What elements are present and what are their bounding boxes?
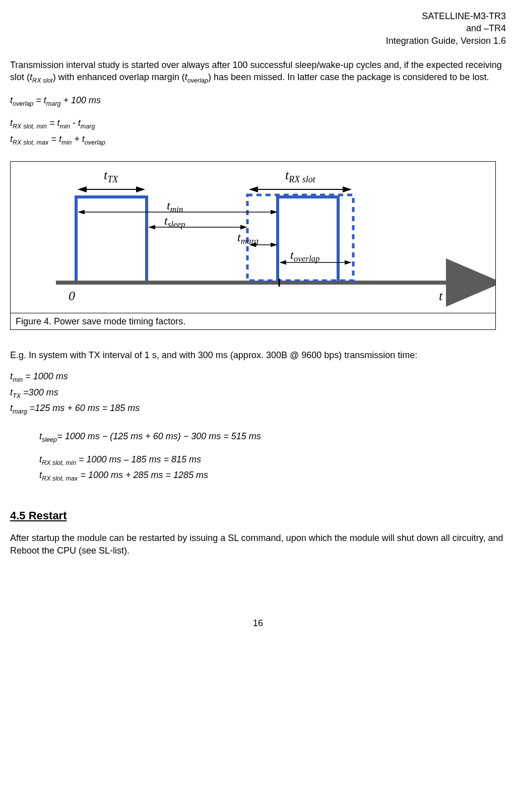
eq-t: = t bbox=[47, 118, 60, 128]
eq-sub: min bbox=[59, 123, 70, 130]
equation-overlap: toverlap = tmarg + 100 ms bbox=[10, 94, 506, 108]
eq-sub: RX slot, max bbox=[13, 139, 48, 146]
label-trxslot: tRX slot bbox=[285, 168, 316, 184]
document-header: SATELLINE-M3-TR3 and –TR4 Integration Gu… bbox=[10, 10, 506, 47]
eq-text: =300 ms bbox=[21, 387, 58, 397]
example-tmarg: tmarg =125 ms + 60 ms = 185 ms bbox=[10, 402, 506, 416]
eq-t: - t bbox=[70, 118, 81, 128]
axis-t: t bbox=[439, 289, 443, 303]
eq-text: = 1000 ms − (125 ms + 60 ms) − 300 ms = … bbox=[57, 431, 261, 441]
figure-caption: Figure 4. Power save mode timing factors… bbox=[11, 313, 495, 329]
section-4-5-body: After startup the module can be restarte… bbox=[10, 532, 506, 557]
eq-sub: overlap bbox=[13, 100, 33, 107]
eq-t: = t bbox=[48, 134, 61, 144]
intro-text-2: ) with enhanced overlap margin ( bbox=[53, 72, 185, 82]
sub-overlap: overlap bbox=[187, 77, 208, 84]
eq-sub: overlap bbox=[85, 139, 105, 146]
timing-diagram: 0 t tTX tRX slot tmin tsleep tmarg tover… bbox=[11, 162, 495, 313]
eq-sub: TX bbox=[13, 392, 21, 399]
label-ttx: tTX bbox=[104, 168, 118, 184]
example-intro: E.g. In system with TX interval of 1 s, … bbox=[10, 349, 506, 361]
eq-t: = t bbox=[33, 95, 46, 105]
label-tsleep: tsleep bbox=[164, 214, 185, 229]
intro-text-3: ) has been missed. In latter case the pa… bbox=[208, 72, 489, 82]
intro-paragraph: Transmission interval study is started o… bbox=[10, 59, 506, 85]
eq-text: = 1000 ms bbox=[23, 371, 68, 381]
label-tmin: tmin bbox=[167, 199, 183, 214]
eq-text: =125 ms + 60 ms = 185 ms bbox=[27, 403, 140, 413]
eq-sub: RX slot, min bbox=[13, 123, 47, 130]
example-rxmax: tRX slot, max = 1000 ms + 285 ms = 1285 … bbox=[39, 469, 506, 483]
eq-sub: sleep bbox=[42, 436, 57, 443]
axis-zero: 0 bbox=[69, 289, 75, 303]
header-line-2: and –TR4 bbox=[10, 22, 506, 34]
label-toverlap: toverlap bbox=[290, 248, 320, 263]
example-tsleep: tsleep= 1000 ms − (125 ms + 60 ms) − 300… bbox=[39, 430, 506, 444]
eq-sub: marg bbox=[46, 100, 61, 107]
equation-rx-max: tRX slot, max = tmin + toverlap bbox=[10, 133, 506, 147]
header-line-3: Integration Guide, Version 1.6 bbox=[10, 35, 506, 47]
header-line-1: SATELLINE-M3-TR3 bbox=[10, 10, 506, 22]
page-number: 16 bbox=[10, 617, 506, 629]
eq-t: + t bbox=[72, 134, 85, 144]
section-4-5-heading: 4.5 Restart bbox=[10, 508, 506, 523]
eq-text: = 1000 ms + 285 ms = 1285 ms bbox=[78, 470, 208, 480]
example-rxmin: tRX slot, min = 1000 ms – 185 ms = 815 m… bbox=[39, 453, 506, 467]
eq-text: + 100 ms bbox=[61, 95, 101, 105]
eq-sub: min bbox=[13, 376, 23, 383]
eq-sub: min bbox=[61, 139, 72, 146]
equation-rx-min: tRX slot, min = tmin - tmarg bbox=[10, 117, 506, 131]
eq-sub: marg bbox=[81, 123, 95, 130]
eq-sub: RX slot, max bbox=[42, 475, 78, 482]
sub-rxslot: RX slot bbox=[32, 77, 53, 84]
eq-sub: RX slot, min bbox=[42, 459, 76, 466]
figure-4: 0 t tTX tRX slot tmin tsleep tmarg tover… bbox=[10, 161, 496, 330]
eq-sub: marg bbox=[13, 408, 27, 415]
eq-text: = 1000 ms – 185 ms = 815 ms bbox=[76, 454, 201, 464]
example-tmin: tmin = 1000 ms bbox=[10, 370, 506, 384]
example-ttx: tTX =300 ms bbox=[10, 386, 506, 400]
